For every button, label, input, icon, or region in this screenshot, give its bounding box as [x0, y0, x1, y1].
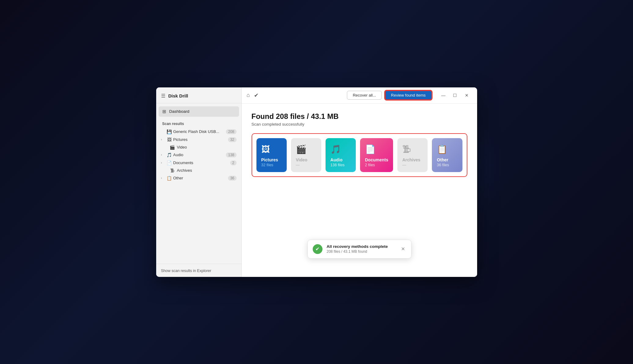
grid-icon: ⊞: [162, 109, 166, 114]
sidebar-item-pictures[interactable]: › 🖼 Pictures 32: [159, 136, 239, 144]
window-controls: — ☐ ✕: [438, 90, 472, 100]
sidebar-item-video[interactable]: 🎬 Video: [159, 144, 239, 151]
sidebar-header: ☰ Disk Drill: [156, 87, 241, 103]
sidebar-nav: ⊞ Dashboard Scan results 💾 Generic Flash…: [156, 103, 241, 182]
other-cat-files: 36 files: [437, 163, 449, 167]
documents-cat-name: Documents: [365, 157, 388, 162]
other-count: 36: [228, 176, 236, 181]
sidebar-footer: Show scan results in Explorer: [156, 264, 241, 277]
audio-cat-icon: 🎵: [330, 144, 341, 154]
scan-results-heading: Scan results: [159, 119, 239, 128]
audio-chevron-icon: ›: [161, 153, 165, 156]
other-cat-icon: 📋: [437, 144, 447, 154]
sidebar-item-dashboard[interactable]: ⊞ Dashboard: [159, 106, 239, 117]
app-title: Disk Drill: [168, 93, 188, 98]
archives-cat-name: Archives: [402, 157, 420, 162]
documents-count: 2: [230, 160, 237, 165]
audio-cat-files: 138 files: [330, 163, 345, 167]
category-card-archives[interactable]: 🗜 Archives —: [397, 138, 428, 172]
documents-chevron-icon: ›: [161, 161, 165, 164]
pictures-count: 32: [228, 137, 236, 142]
review-found-button[interactable]: Review found items: [385, 90, 432, 100]
category-card-audio[interactable]: 🎵 Audio 138 files: [326, 138, 356, 172]
archives-cat-files: —: [402, 163, 406, 167]
hamburger-icon[interactable]: ☰: [161, 93, 165, 99]
toast-notification: ✔ All recovery methods complete 208 file…: [307, 240, 411, 259]
disk-icon: 💾: [167, 129, 172, 134]
titlebar-left: ⌂ ✔: [247, 92, 259, 99]
sidebar-item-archives[interactable]: 🗜 Archives: [159, 167, 239, 174]
archives-label: Archives: [177, 168, 237, 173]
other-label: Other: [173, 176, 227, 180]
category-card-other[interactable]: 📋 Other 36 files: [432, 138, 462, 172]
audio-count: 138: [226, 153, 236, 157]
pictures-chevron-icon: ›: [161, 138, 165, 141]
archives-icon: 🗜: [170, 168, 175, 173]
titlebar-right: Recover all... Review found items — ☐ ✕: [347, 90, 472, 100]
pictures-cat-icon: 🖼: [261, 144, 270, 154]
other-chevron-icon: ›: [161, 176, 165, 180]
pictures-cat-files: 32 files: [261, 163, 274, 167]
content-area: Found 208 files / 43.1 MB Scan completed…: [242, 104, 477, 277]
audio-cat-name: Audio: [330, 157, 343, 162]
flash-disk-count: 208: [226, 129, 236, 134]
home-icon[interactable]: ⌂: [247, 92, 250, 98]
video-label: Video: [177, 145, 237, 149]
documents-icon: 📄: [167, 160, 172, 165]
sidebar-item-audio[interactable]: › 🎵 Audio 138: [159, 151, 239, 159]
scan-status-text: Scan completed successfully: [252, 122, 467, 127]
video-icon: 🎬: [170, 145, 175, 150]
found-files-title: Found 208 files / 43.1 MB: [252, 112, 467, 121]
pictures-cat-name: Pictures: [261, 157, 278, 162]
sidebar-item-other[interactable]: › 📋 Other 36: [159, 174, 239, 182]
flash-disk-label: Generic Flash Disk USB...: [173, 129, 225, 134]
video-cat-icon: 🎬: [296, 144, 307, 154]
sidebar-item-documents[interactable]: › 📄 Documents 2: [159, 159, 239, 167]
video-cat-name: Video: [296, 157, 307, 162]
category-card-pictures[interactable]: 🖼 Pictures 32 files: [256, 138, 287, 172]
pictures-icon: 🖼: [167, 137, 172, 142]
archives-cat-icon: 🗜: [402, 144, 411, 154]
close-button[interactable]: ✕: [461, 90, 472, 100]
audio-icon: 🎵: [167, 153, 172, 157]
documents-cat-files: 2 files: [365, 163, 375, 167]
maximize-button[interactable]: ☐: [450, 90, 461, 100]
toast-text: All recovery methods complete 208 files …: [327, 244, 397, 254]
app-window: ☰ Disk Drill ⊞ Dashboard Scan results 💾 …: [156, 87, 477, 277]
video-cat-files: —: [296, 163, 300, 167]
toast-subtitle: 208 files / 43.1 MB found: [327, 249, 397, 254]
toast-close-button[interactable]: ✕: [401, 246, 405, 252]
other-cat-name: Other: [437, 157, 448, 162]
titlebar: ⌂ ✔ Recover all... Review found items — …: [242, 87, 477, 104]
main-panel: ⌂ ✔ Recover all... Review found items — …: [242, 87, 477, 277]
toast-title: All recovery methods complete: [327, 244, 397, 249]
minimize-button[interactable]: —: [438, 90, 449, 100]
toast-check-icon: ✔: [313, 244, 322, 254]
check-icon[interactable]: ✔: [254, 92, 259, 99]
documents-cat-icon: 📄: [365, 144, 376, 154]
recover-all-button[interactable]: Recover all...: [347, 91, 382, 100]
category-card-documents[interactable]: 📄 Documents 2 files: [360, 138, 393, 172]
categories-container: 🖼 Pictures 32 files 🎬 Video — 🎵 Audio 13…: [252, 133, 467, 177]
dashboard-label: Dashboard: [169, 109, 190, 114]
other-icon: 📋: [167, 176, 172, 181]
show-scan-results-link[interactable]: Show scan results in Explorer: [161, 269, 212, 273]
sidebar: ☰ Disk Drill ⊞ Dashboard Scan results 💾 …: [156, 87, 242, 277]
category-card-video[interactable]: 🎬 Video —: [291, 138, 321, 172]
sidebar-item-flash-disk[interactable]: 💾 Generic Flash Disk USB... 208: [159, 128, 239, 136]
documents-label: Documents: [173, 160, 229, 165]
audio-label: Audio: [173, 153, 225, 157]
pictures-label: Pictures: [173, 137, 227, 142]
